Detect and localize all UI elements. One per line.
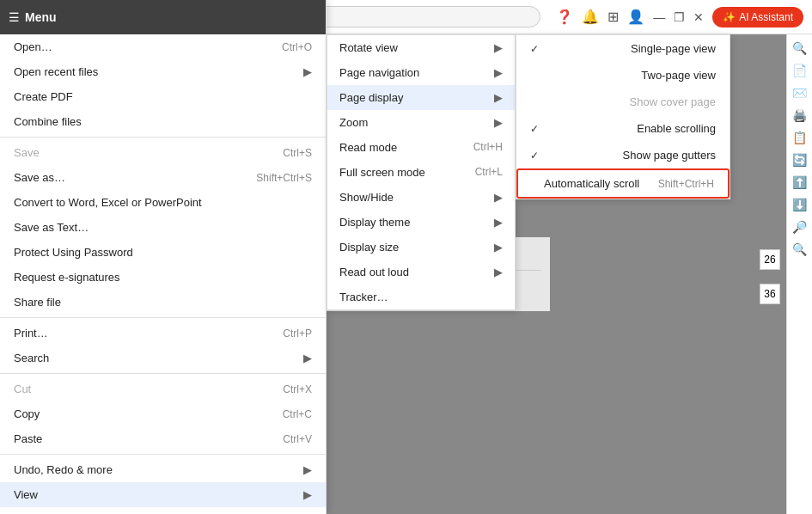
down-btn[interactable]: ⬇️ bbox=[792, 198, 807, 211]
enable-scrolling-check: ✓ bbox=[530, 123, 539, 135]
read-mode-shortcut: Ctrl+H bbox=[473, 141, 503, 154]
protect-label: Protect Using Password bbox=[14, 246, 133, 259]
menu-open[interactable]: Open… Ctrl+O bbox=[0, 34, 326, 59]
submenu-display-size[interactable]: Display size ▶ bbox=[327, 235, 515, 260]
menu-cut[interactable]: Cut Ctrl+X bbox=[0, 376, 326, 401]
page-number-36: 36 bbox=[760, 284, 780, 304]
submenu-page-display[interactable]: Page display ▶ bbox=[327, 85, 515, 110]
divider-2 bbox=[0, 317, 326, 318]
save-as-label: Save as… bbox=[14, 171, 65, 184]
menu-paste[interactable]: Paste Ctrl+V bbox=[0, 426, 326, 451]
submenu-display-theme[interactable]: Display theme ▶ bbox=[327, 210, 515, 235]
show-hide-arrow: ▶ bbox=[494, 191, 503, 204]
paste-label: Paste bbox=[14, 432, 42, 445]
copy-btn[interactable]: 📋 bbox=[792, 131, 807, 144]
ai-assistant-btn[interactable]: ✨ AI Assistant bbox=[712, 7, 803, 28]
tracker-label: Tracker… bbox=[339, 291, 388, 303]
open-label: Open… bbox=[14, 40, 52, 53]
menu-header: ☰ Menu bbox=[0, 0, 326, 34]
view-less-btn[interactable]: View less bbox=[0, 507, 326, 514]
read-out-loud-arrow: ▶ bbox=[494, 266, 503, 278]
undo-arrow: ▶ bbox=[303, 463, 312, 476]
display-size-arrow: ▶ bbox=[494, 241, 503, 254]
menu-save-text[interactable]: Save as Text… bbox=[0, 215, 326, 240]
submenu-show-hide[interactable]: Show/Hide ▶ bbox=[327, 185, 515, 210]
menu-search[interactable]: Search ▶ bbox=[0, 346, 326, 370]
grid-btn[interactable]: ⊞ bbox=[607, 9, 619, 25]
menu-create-pdf[interactable]: Create PDF bbox=[0, 84, 326, 109]
zoom-out-btn[interactable]: 🔎 bbox=[792, 220, 807, 234]
save-text-label: Save as Text… bbox=[14, 221, 89, 234]
full-screen-shortcut: Ctrl+L bbox=[475, 166, 503, 179]
menu-open-recent[interactable]: Open recent files ▶ bbox=[0, 59, 326, 84]
display-size-label: Display size bbox=[339, 241, 399, 254]
page-nav-label: Page navigation bbox=[339, 66, 419, 79]
page-nav-arrow: ▶ bbox=[494, 66, 503, 79]
help-icon-btn[interactable]: ❓ bbox=[556, 9, 573, 25]
up-btn[interactable]: ⬆️ bbox=[792, 175, 807, 189]
view-label: View bbox=[14, 488, 38, 501]
print-label: Print… bbox=[14, 327, 48, 340]
submenu-read-out-loud[interactable]: Read out loud ▶ bbox=[327, 260, 515, 285]
print-shortcut: Ctrl+P bbox=[283, 327, 312, 340]
menu-view[interactable]: View ▶ bbox=[0, 482, 326, 507]
pd-two-page[interactable]: ✓ Two-page view bbox=[516, 62, 730, 89]
view-arrow: ▶ bbox=[303, 488, 312, 501]
menu-save[interactable]: Save Ctrl+S bbox=[0, 140, 326, 165]
show-gutters-check: ✓ bbox=[530, 150, 539, 162]
menu-undo-redo[interactable]: Undo, Redo & more ▶ bbox=[0, 457, 326, 482]
submenu-page-navigation[interactable]: Page navigation ▶ bbox=[327, 60, 515, 85]
menu-combine[interactable]: Combine files bbox=[0, 109, 326, 134]
menu-save-as[interactable]: Save as… Shift+Ctrl+S bbox=[0, 165, 326, 190]
ai-icon: ✨ bbox=[723, 11, 736, 23]
notifications-btn[interactable]: 🔔 bbox=[582, 9, 599, 25]
right-tools: 🔍 📄 ✉️ 🖨️ 📋 🔄 ⬆️ ⬇️ 🔎 🔍 bbox=[786, 34, 812, 514]
pd-single-page[interactable]: ✓ Single-page view bbox=[516, 35, 730, 62]
menu-print[interactable]: Print… Ctrl+P bbox=[0, 321, 326, 346]
menu-hamburger-icon[interactable]: ☰ bbox=[9, 10, 20, 24]
page-number-26: 26 bbox=[760, 249, 780, 270]
menu-share[interactable]: Share file bbox=[0, 290, 326, 315]
zoom-in-btn[interactable]: 🔍 bbox=[792, 41, 807, 55]
page-display-submenu: ✓ Single-page view ✓ Two-page view ✓ Sho… bbox=[516, 34, 730, 199]
two-page-label: Two-page view bbox=[641, 69, 716, 82]
cut-shortcut: Ctrl+X bbox=[283, 383, 312, 395]
pd-auto-scroll[interactable]: ✓ Automatically scroll Shift+Ctrl+H bbox=[516, 168, 730, 199]
show-gutters-label: Show page gutters bbox=[623, 149, 716, 162]
rotate-btn[interactable]: 🔄 bbox=[792, 153, 807, 167]
profile-btn[interactable]: 👤 bbox=[627, 9, 644, 25]
print-btn[interactable]: 🖨️ bbox=[792, 108, 807, 122]
page-btn[interactable]: 📄 bbox=[792, 64, 807, 77]
mail-btn[interactable]: ✉️ bbox=[792, 86, 807, 100]
show-cover-label: Show cover page bbox=[630, 95, 716, 108]
submenu-full-screen[interactable]: Full screen mode Ctrl+L bbox=[327, 160, 515, 185]
save-as-shortcut: Shift+Ctrl+S bbox=[256, 172, 312, 184]
divider-4 bbox=[0, 454, 326, 455]
menu-protect[interactable]: Protect Using Password bbox=[0, 240, 326, 265]
combine-label: Combine files bbox=[14, 115, 82, 128]
read-mode-label: Read mode bbox=[339, 141, 397, 154]
pd-enable-scrolling[interactable]: ✓ Enable scrolling bbox=[516, 115, 730, 142]
open-shortcut: Ctrl+O bbox=[282, 41, 312, 53]
copy-label: Copy bbox=[14, 407, 40, 420]
single-page-label: Single-page view bbox=[631, 42, 716, 55]
pd-show-cover[interactable]: ✓ Show cover page bbox=[516, 89, 730, 115]
submenu-zoom[interactable]: Zoom ▶ bbox=[327, 110, 515, 135]
menu-convert[interactable]: Convert to Word, Excel or PowerPoint bbox=[0, 190, 326, 215]
close-btn[interactable]: ✕ bbox=[693, 10, 704, 24]
fit-btn[interactable]: 🔍 bbox=[792, 242, 807, 256]
pd-show-gutters[interactable]: ✓ Show page gutters bbox=[516, 142, 730, 168]
submenu-read-mode[interactable]: Read mode Ctrl+H bbox=[327, 135, 515, 160]
maximize-btn[interactable]: ❐ bbox=[674, 10, 685, 24]
search-label: Search bbox=[14, 352, 49, 364]
main-menu: ☰ Menu Open… Ctrl+O Open recent files ▶ … bbox=[0, 0, 327, 514]
menu-esign[interactable]: Request e-signatures bbox=[0, 265, 326, 290]
minimize-btn[interactable]: — bbox=[653, 10, 665, 24]
rotate-view-label: Rotate view bbox=[339, 41, 398, 54]
display-theme-arrow: ▶ bbox=[494, 216, 503, 229]
auto-scroll-label: Automatically scroll bbox=[544, 177, 639, 190]
submenu-tracker[interactable]: Tracker… bbox=[327, 285, 515, 309]
auto-scroll-shortcut: Shift+Ctrl+H bbox=[658, 178, 714, 190]
submenu-rotate-view[interactable]: Rotate view ▶ bbox=[327, 35, 515, 60]
menu-copy[interactable]: Copy Ctrl+C bbox=[0, 401, 326, 426]
